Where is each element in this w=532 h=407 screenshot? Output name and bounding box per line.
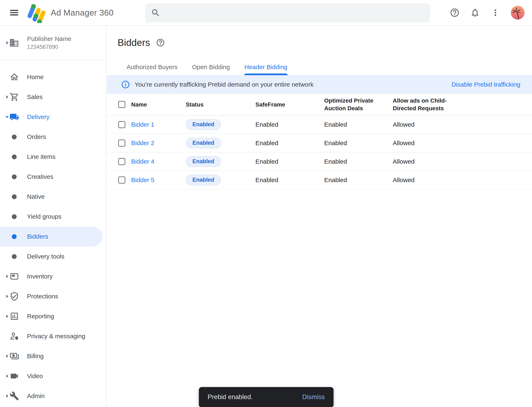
app-title: Ad Manager 360 — [51, 8, 114, 17]
table-row: Bidder 4 Enabled Enabled Enabled Allowed — [107, 152, 532, 171]
column-header-name: Name — [131, 101, 186, 108]
prebid-info-banner: You’re currently trafficking Prebid dema… — [107, 75, 532, 94]
sidebar-item-line-items[interactable]: Line items — [0, 147, 106, 167]
publisher-id: 1234567890 — [27, 44, 71, 50]
tab-header-bidding[interactable]: Header Bidding — [244, 61, 288, 76]
sidebar-item-delivery-tools[interactable]: Delivery tools — [0, 246, 106, 266]
child-directed-cell: Allowed — [393, 177, 532, 184]
search-icon — [151, 8, 161, 18]
bullet-icon — [12, 194, 17, 199]
bullet-icon — [12, 234, 17, 239]
wrench-icon — [9, 391, 19, 401]
column-header-optimized-private-auction-deals: Optimized Private Auction Deals — [324, 97, 387, 112]
sidebar-nav: Home Sales Delivery Orders — [0, 60, 106, 406]
more-vert-icon[interactable] — [491, 8, 500, 18]
sidebar-item-reporting[interactable]: Reporting — [0, 306, 106, 326]
bullet-icon — [12, 134, 17, 139]
sidebar-item-billing[interactable]: Billing — [0, 346, 106, 366]
table-row: Bidder 2 Enabled Enabled Enabled Allowed — [107, 134, 532, 152]
bullet-icon — [12, 174, 17, 179]
child-directed-cell: Allowed — [393, 140, 532, 147]
bidder-link[interactable]: Bidder 4 — [131, 158, 154, 165]
account-avatar[interactable] — [511, 6, 524, 20]
sidebar-item-bidders[interactable]: Bidders — [0, 227, 103, 246]
disable-prebid-trafficking-link[interactable]: Disable Prebid trafficking — [451, 81, 520, 88]
tab-open-bidding[interactable]: Open Bidding — [192, 61, 230, 76]
bar-chart-icon — [9, 312, 19, 321]
sidebar-item-creatives[interactable]: Creatives — [0, 167, 106, 187]
select-all-checkbox[interactable] — [118, 101, 125, 108]
sidebar-item-home[interactable]: Home — [0, 67, 106, 87]
main-content: Bidders Authorized Buyers Open Bidding H… — [107, 26, 532, 407]
sidebar-item-orders[interactable]: Orders — [0, 127, 106, 147]
table-row: Bidder 5 Enabled Enabled Enabled Allowed — [107, 171, 532, 189]
publisher-name: Publisher Name — [27, 35, 71, 42]
info-icon — [121, 80, 130, 89]
row-checkbox[interactable] — [118, 158, 125, 165]
banner-message: You’re currently trafficking Prebid dema… — [135, 81, 313, 88]
sidebar-item-yield-groups[interactable]: Yield groups — [0, 207, 106, 227]
sidebar-item-admin[interactable]: Admin — [0, 386, 106, 406]
bidder-link[interactable]: Bidder 1 — [131, 121, 154, 128]
optimized-deals-cell: Enabled — [324, 140, 393, 147]
child-directed-cell: Allowed — [393, 121, 532, 128]
videocam-icon — [9, 371, 19, 381]
row-checkbox[interactable] — [118, 177, 125, 184]
notifications-icon[interactable] — [470, 8, 480, 18]
row-checkbox[interactable] — [118, 140, 125, 147]
menu-icon[interactable] — [8, 6, 21, 19]
safeframe-cell: Enabled — [255, 158, 324, 165]
page-title: Bidders — [118, 37, 150, 48]
sidebar-item-privacy-messaging[interactable]: Privacy & messaging — [0, 326, 106, 346]
status-badge: Enabled — [186, 138, 221, 149]
optimized-deals-cell: Enabled — [324, 158, 393, 165]
bidder-link[interactable]: Bidder 2 — [131, 140, 154, 146]
status-badge: Enabled — [186, 119, 221, 130]
ad-manager-logo-icon — [26, 2, 46, 23]
column-header-safeframe: SafeFrame — [255, 101, 324, 108]
bidder-link[interactable]: Bidder 5 — [131, 177, 154, 183]
status-badge: Enabled — [186, 175, 221, 185]
sidebar: Publisher Name 1234567890 Home Sales — [0, 26, 106, 407]
cart-icon — [9, 92, 19, 102]
app-bar: Ad Manager 360 — [0, 0, 532, 26]
ad-unit-icon — [9, 272, 19, 281]
home-icon — [9, 72, 19, 82]
payments-icon — [9, 351, 19, 361]
shield-check-icon — [9, 291, 19, 301]
building-icon — [9, 38, 19, 48]
help-icon[interactable] — [450, 8, 460, 18]
sidebar-item-delivery[interactable]: Delivery — [0, 107, 106, 127]
safeframe-cell: Enabled — [255, 140, 324, 147]
toast-message: Prebid enabled. — [208, 393, 253, 401]
safeframe-cell: Enabled — [255, 177, 324, 184]
page-help-icon[interactable] — [156, 38, 165, 47]
person-shield-icon — [9, 331, 19, 341]
sidebar-item-native[interactable]: Native — [0, 187, 106, 207]
column-header-allow-ads-child-directed: Allow ads on Child-Directed Requests — [393, 97, 450, 112]
search-bar[interactable] — [145, 3, 430, 23]
sidebar-item-protections[interactable]: Protections — [0, 286, 106, 306]
sidebar-item-sales[interactable]: Sales — [0, 87, 106, 107]
bidders-table: Name Status SafeFrame Optimized Private … — [107, 94, 532, 189]
bullet-icon — [12, 155, 17, 159]
toast-dismiss-button[interactable]: Dismiss — [302, 393, 325, 401]
truck-icon — [9, 112, 19, 122]
publisher-account-selector[interactable]: Publisher Name 1234567890 — [0, 26, 106, 60]
child-directed-cell: Allowed — [393, 158, 532, 165]
optimized-deals-cell: Enabled — [324, 177, 393, 184]
sidebar-item-inventory[interactable]: Inventory — [0, 266, 106, 286]
tab-authorized-buyers[interactable]: Authorized Buyers — [126, 61, 178, 76]
app-bar-actions — [450, 6, 532, 20]
snackbar-toast: Prebid enabled. Dismiss — [199, 387, 334, 407]
safeframe-cell: Enabled — [255, 121, 324, 128]
table-row: Bidder 1 Enabled Enabled Enabled Allowed — [107, 116, 532, 134]
bullet-icon — [12, 214, 17, 219]
row-checkbox[interactable] — [118, 121, 125, 128]
search-input[interactable] — [165, 9, 424, 17]
sidebar-item-video[interactable]: Video — [0, 366, 106, 386]
status-badge: Enabled — [186, 156, 221, 167]
optimized-deals-cell: Enabled — [324, 121, 393, 128]
tab-bar: Authorized Buyers Open Bidding Header Bi… — [126, 61, 288, 76]
bullet-icon — [12, 254, 17, 259]
